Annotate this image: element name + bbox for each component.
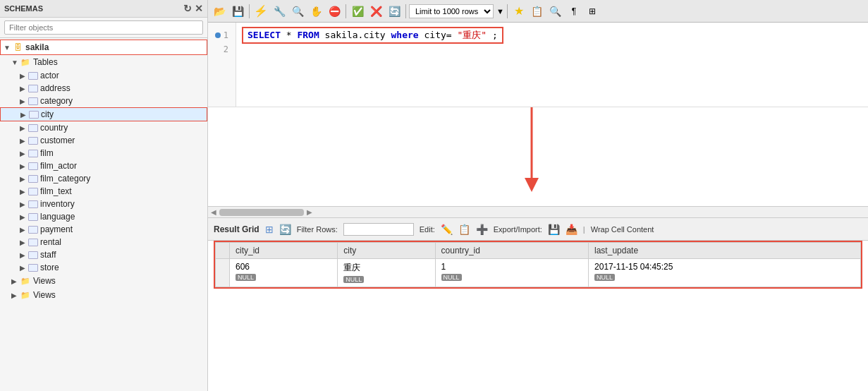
table-icon-inventory — [28, 200, 38, 208]
tree-item-payment[interactable]: ▶ payment — [0, 223, 207, 236]
tree-item-views[interactable]: ▶ 📁 Views — [0, 274, 207, 288]
scroll-right-btn[interactable]: ▶ — [307, 208, 312, 216]
edit-add-icon[interactable]: ➕ — [476, 224, 488, 235]
table-label-film-text: film_text — [40, 186, 72, 196]
sql-string-value: "重庆" — [457, 30, 487, 40]
refresh-result-icon[interactable]: 🔄 — [279, 224, 291, 235]
table-label-store: store — [40, 263, 59, 272]
result-panel: Result Grid ⊞ 🔄 Filter Rows: Edit: ✏️ 📋 … — [208, 217, 868, 391]
line-number-2: 2 — [211, 42, 233, 56]
scroll-left-btn[interactable]: ◀ — [211, 208, 216, 216]
sql-select-keyword: SELECT — [247, 30, 281, 40]
tree-item-language[interactable]: ▶ language — [0, 210, 207, 223]
explain-btn[interactable]: 🔍 — [289, 3, 306, 20]
table-icon-rental — [28, 239, 38, 246]
table-label-address: address — [40, 83, 71, 93]
import-icon[interactable]: 📥 — [566, 224, 577, 235]
main-layout: SCHEMAS ↻ ✕ ▼ 🗄 sakila ▼ 📁 Tables — [0, 0, 868, 391]
refresh-btn[interactable]: ⛔ — [326, 3, 343, 20]
table-label-actor: actor — [40, 71, 59, 80]
filter-rows-input[interactable] — [343, 223, 414, 236]
tree-item-category[interactable]: ▶ category — [0, 95, 207, 107]
tree-item-address[interactable]: ▶ address — [0, 82, 207, 95]
city-id-cell: 606 NULL — [230, 259, 338, 287]
sql-condition: city= — [424, 30, 451, 40]
horizontal-scrollbar[interactable]: ◀ ▶ — [208, 206, 868, 217]
tree-arrow-payment: ▶ — [20, 226, 28, 234]
filter-objects-input[interactable] — [4, 20, 203, 35]
schemas-title: SCHEMAS — [4, 4, 43, 13]
sidebar-header: SCHEMAS ↻ ✕ — [0, 0, 207, 18]
run-btn[interactable]: ⚡ — [252, 3, 269, 20]
grid-icon[interactable]: ⊞ — [265, 224, 274, 235]
refresh-icon[interactable]: ↻ — [183, 3, 192, 14]
tree-arrow-sakila: ▼ — [4, 44, 12, 52]
rollback-btn[interactable]: ❌ — [367, 3, 384, 20]
search-btn[interactable]: 🔍 — [547, 3, 564, 20]
table-icon-film — [28, 150, 38, 157]
tree-item-tables[interactable]: ▼ 📁 Tables — [0, 55, 207, 69]
toolbar-sep-1 — [249, 4, 250, 18]
tree-item-stored-procedures[interactable]: ▶ 📁 Views — [0, 288, 207, 302]
table-icon-category — [28, 97, 38, 105]
edit-pencil-icon[interactable]: ✏️ — [441, 224, 453, 235]
open-file-btn[interactable]: 📂 — [211, 3, 228, 20]
tree-item-city[interactable]: ▶ city — [0, 107, 207, 121]
stop-btn[interactable]: ✋ — [307, 3, 324, 20]
table-icon-city — [29, 111, 39, 119]
scroll-thumb[interactable] — [219, 209, 304, 216]
tree-arrow-store: ▶ — [20, 264, 28, 272]
col-header-country-id: country_id — [435, 243, 588, 259]
tree-item-film[interactable]: ▶ film — [0, 147, 207, 160]
sql-line-2 — [242, 42, 862, 56]
red-arrow-svg — [525, 107, 567, 206]
tree-arrow-customer: ▶ — [20, 137, 28, 145]
close-sidebar-icon[interactable]: ✕ — [195, 3, 203, 14]
result-table-row-1: 606 NULL 重庆 NULL 1 NULL — [216, 259, 861, 287]
table-label-country: country — [40, 123, 68, 133]
toggle-btn[interactable]: 🔄 — [386, 3, 403, 20]
row-num-cell — [216, 259, 230, 287]
country-id-value: 1 — [441, 262, 582, 272]
sql-table-ref: sakila.city — [325, 30, 391, 40]
favorites-btn[interactable]: ★ — [511, 3, 527, 20]
indent-btn[interactable]: ⊞ — [584, 3, 601, 20]
table-label-payment: payment — [40, 224, 73, 234]
table-label-film-actor: film_actor — [40, 161, 77, 171]
history-btn[interactable]: 📋 — [529, 3, 546, 20]
table-label-language: language — [40, 212, 75, 222]
table-icon-actor — [28, 72, 38, 80]
separator-bar: | — [583, 225, 585, 234]
tree-item-rental[interactable]: ▶ rental — [0, 236, 207, 248]
tree-item-customer[interactable]: ▶ customer — [0, 134, 207, 147]
table-label-staff: staff — [40, 250, 56, 260]
table-icon-language — [28, 213, 38, 221]
result-grid-tab[interactable]: Result Grid — [214, 224, 259, 234]
city-id-null: NULL — [236, 274, 256, 281]
edit-label: Edit: — [420, 225, 435, 234]
limit-select[interactable]: Limit to 1000 rows — [409, 4, 494, 18]
city-value: 重庆 — [343, 262, 429, 274]
tree-item-staff[interactable]: ▶ staff — [0, 248, 207, 261]
commit-btn[interactable]: ✅ — [349, 3, 366, 20]
edit-table-icon[interactable]: 📋 — [458, 224, 470, 235]
tree-arrow-film-text: ▶ — [20, 188, 28, 196]
tree-item-film-category[interactable]: ▶ film_category — [0, 172, 207, 185]
tree-item-store[interactable]: ▶ store — [0, 261, 207, 274]
run-selected-btn[interactable]: 🔧 — [271, 3, 288, 20]
tree-item-country[interactable]: ▶ country — [0, 121, 207, 134]
editor-result-container: 1 2 SELECT * FROM sakila.city where — [208, 23, 868, 391]
table-label-customer: customer — [40, 136, 75, 145]
table-label-inventory: inventory — [40, 199, 75, 209]
format-btn[interactable]: ¶ — [566, 3, 582, 20]
tree-item-inventory[interactable]: ▶ inventory — [0, 198, 207, 210]
tree-item-actor[interactable]: ▶ actor — [0, 69, 207, 82]
code-editor[interactable]: SELECT * FROM sakila.city where city= "重… — [236, 23, 868, 107]
export-icon[interactable]: 💾 — [548, 224, 560, 235]
tree-item-film-text[interactable]: ▶ film_text — [0, 185, 207, 198]
table-icon-film-category — [28, 175, 38, 183]
tree-item-sakila[interactable]: ▼ 🗄 sakila — [0, 40, 207, 55]
tree-item-film-actor[interactable]: ▶ film_actor — [0, 160, 207, 172]
limit-dropdown-arrow[interactable]: ▼ — [496, 7, 504, 16]
save-btn[interactable]: 💾 — [229, 3, 246, 20]
